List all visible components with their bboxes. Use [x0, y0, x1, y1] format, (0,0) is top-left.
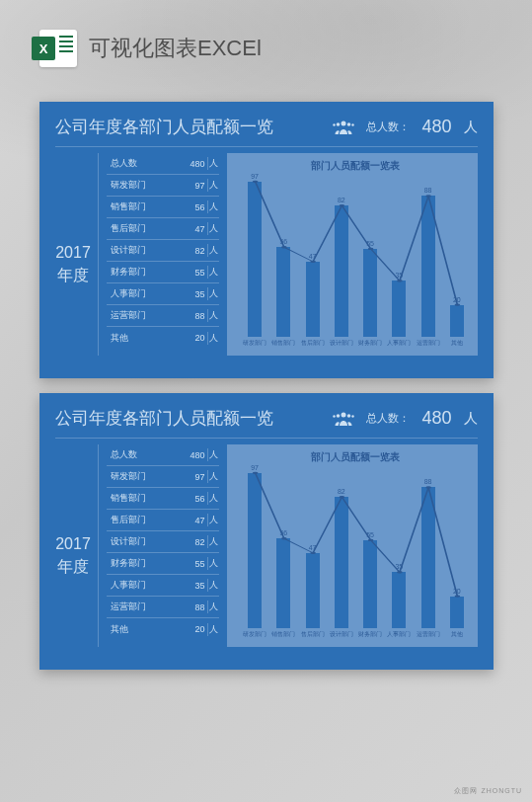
chart-bar	[421, 196, 435, 337]
chart-area: 9756478255358820	[241, 468, 472, 628]
dept-value: 97	[182, 472, 207, 482]
total-value: 480	[421, 117, 451, 137]
dept-label: 总人数	[107, 448, 182, 461]
table-row: 其他20人	[107, 327, 219, 349]
dashboard-panel-1: 公司年度各部门人员配额一览 总人数： 480 人 2017年度 总人数480人研…	[39, 102, 494, 378]
svg-point-0	[342, 120, 346, 125]
dept-value: 35	[182, 289, 207, 299]
chart-bar-label: 47	[303, 544, 323, 551]
dept-suffix: 人	[207, 448, 219, 461]
table-row: 售后部门47人	[107, 510, 219, 531]
dept-table: 总人数480人研发部门97人销售部门56人售后部门47人设计部门82人财务部门5…	[107, 444, 219, 647]
chart-bar-label: 56	[273, 529, 293, 536]
dept-suffix: 人	[207, 179, 219, 192]
x-axis-label: 其他	[442, 630, 471, 639]
dept-chart: 部门人员配额一览表 9756478255358820 研发部门销售部门售后部门设…	[227, 444, 478, 647]
chart-bar-label: 97	[245, 464, 265, 471]
chart-bar-label: 82	[332, 488, 351, 495]
chart-title: 部门人员配额一览表	[237, 159, 474, 173]
panel-header: 公司年度各部门人员配额一览 总人数： 480 人	[55, 407, 478, 439]
chart-bar	[421, 487, 435, 628]
chart-title: 部门人员配额一览表	[237, 450, 474, 464]
chart-bar	[335, 205, 348, 337]
chart-area: 9756478255358820	[241, 177, 472, 337]
chart-bar-label: 55	[360, 531, 380, 538]
chart-line-overlay	[241, 177, 472, 337]
dept-label: 人事部门	[107, 287, 182, 300]
chart-bar-label: 97	[245, 173, 265, 180]
chart-bar-label: 35	[389, 563, 409, 570]
chart-bar	[450, 305, 464, 337]
table-row: 研发部门97人	[107, 175, 219, 197]
chart-bar	[248, 473, 262, 628]
dept-value: 47	[182, 516, 207, 525]
table-row: 运营部门88人	[107, 597, 219, 618]
page-title: 可视化图表EXCEl	[89, 34, 262, 63]
chart-bar	[363, 249, 377, 337]
chart-x-axis: 研发部门销售部门售后部门设计部门财务部门人事部门运营部门其他	[241, 630, 472, 639]
svg-point-3	[334, 123, 336, 125]
x-axis-label: 财务部门	[356, 339, 385, 348]
chart-x-axis: 研发部门销售部门售后部门设计部门财务部门人事部门运营部门其他	[241, 339, 472, 348]
dept-value: 88	[182, 311, 207, 321]
dashboard-panel-2: 公司年度各部门人员配额一览 总人数： 480 人 2017年度 总人数480人研…	[39, 393, 494, 670]
total-unit: 人	[464, 119, 478, 136]
chart-bar-label: 82	[332, 197, 351, 203]
dept-value: 480	[182, 450, 207, 460]
dept-suffix: 人	[207, 332, 219, 345]
dept-value: 82	[182, 246, 207, 256]
dept-value: 35	[182, 581, 207, 591]
dept-value: 56	[182, 202, 207, 212]
x-axis-label: 运营部门	[414, 339, 442, 348]
table-row: 研发部门97人	[107, 466, 219, 488]
chart-bar-label: 35	[389, 272, 409, 279]
table-row: 总人数480人	[107, 153, 219, 175]
table-row: 销售部门56人	[107, 197, 219, 218]
page-header: X 可视化图表EXCEl	[0, 0, 532, 87]
dept-value: 97	[182, 181, 207, 191]
x-axis-label: 人事部门	[385, 630, 414, 639]
x-axis-label: 设计部门	[327, 630, 355, 639]
total-label: 总人数：	[366, 120, 410, 134]
dept-label: 销售部门	[107, 200, 182, 213]
chart-line-overlay	[241, 468, 472, 628]
table-row: 人事部门35人	[107, 575, 219, 597]
chart-bar-label: 56	[273, 238, 293, 245]
dept-label: 其他	[107, 332, 182, 345]
year-label: 2017年度	[55, 444, 99, 647]
chart-bar-label: 88	[418, 478, 438, 485]
people-icon	[333, 120, 354, 135]
chart-bar-label: 20	[447, 588, 467, 595]
dept-label: 财务部门	[107, 266, 182, 279]
total-label: 总人数：	[366, 411, 410, 426]
x-axis-label: 售后部门	[298, 630, 327, 639]
dept-label: 运营部门	[107, 601, 182, 613]
svg-point-15	[347, 414, 351, 418]
dept-suffix: 人	[207, 492, 219, 505]
dept-label: 售后部门	[107, 514, 182, 526]
dept-value: 20	[182, 624, 207, 634]
chart-bar	[335, 497, 348, 628]
dept-suffix: 人	[207, 623, 219, 636]
table-row: 设计部门82人	[107, 531, 219, 553]
chart-bar	[306, 553, 320, 628]
panel-title: 公司年度各部门人员配额一览	[55, 116, 322, 138]
people-icon	[333, 411, 354, 427]
chart-bar	[306, 262, 320, 337]
dept-value: 56	[182, 494, 207, 504]
panel-header: 公司年度各部门人员配额一览 总人数： 480 人	[55, 116, 478, 147]
dept-suffix: 人	[207, 244, 219, 257]
svg-point-16	[334, 415, 336, 417]
dept-suffix: 人	[207, 514, 219, 526]
dept-value: 88	[182, 602, 207, 612]
chart-bar-label: 20	[447, 296, 467, 303]
dept-suffix: 人	[207, 309, 219, 322]
x-axis-label: 设计部门	[327, 339, 355, 348]
dept-label: 人事部门	[107, 579, 182, 592]
year-label: 2017年度	[55, 153, 99, 356]
x-axis-label: 其他	[442, 339, 471, 348]
chart-bar-label: 55	[360, 240, 380, 247]
chart-bar	[248, 182, 262, 337]
x-axis-label: 财务部门	[356, 630, 385, 639]
svg-point-13	[342, 412, 346, 417]
